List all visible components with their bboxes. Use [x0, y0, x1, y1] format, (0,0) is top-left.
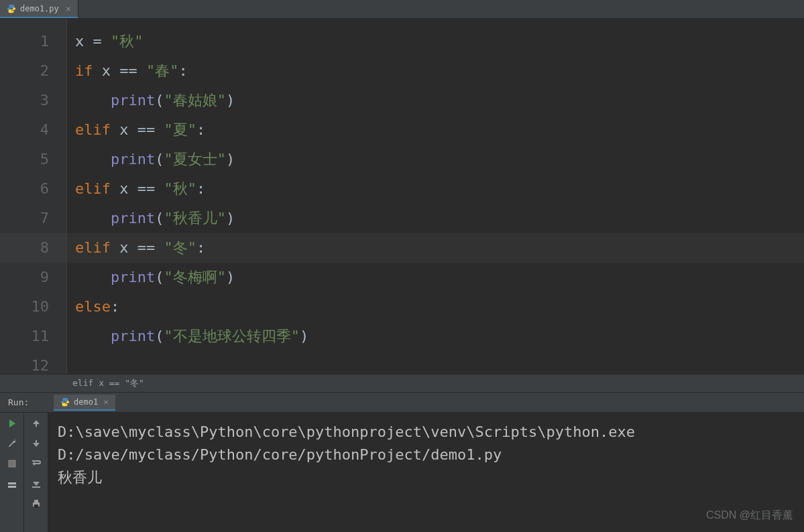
watermark-text: CSDN @红目香薰 [706, 504, 793, 527]
line-number: 5 [0, 145, 66, 174]
svg-rect-8 [34, 505, 38, 508]
run-toolbar-primary [0, 413, 24, 532]
line-number: 1 [0, 27, 66, 56]
editor-tab-bar: demo1.py × [0, 0, 804, 19]
svg-rect-1 [9, 460, 15, 467]
line-number: 11 [0, 322, 66, 351]
console-line: D:/save/myclass/Python/core/pythonProjec… [58, 444, 795, 466]
line-number: 9 [0, 263, 66, 292]
code-line: else: [67, 292, 804, 322]
run-panel-body: D:\save\myclass\Python\core\pythonprojec… [0, 413, 804, 532]
line-number-gutter: 1 2 3 4 5 6 7 8 9 10 11 12 [0, 19, 67, 374]
run-panel-header: Run: demo1 × [0, 393, 804, 413]
line-number: 10 [0, 292, 66, 322]
rerun-icon[interactable] [5, 417, 19, 430]
code-line: elif x == "冬": [67, 233, 804, 263]
svg-rect-9 [34, 500, 38, 503]
python-file-icon [7, 4, 16, 13]
code-line [67, 351, 804, 381]
arrow-up-icon[interactable] [30, 417, 43, 430]
code-line: if x == "春": [67, 56, 804, 86]
code-line: print("不是地球公转四季") [67, 322, 804, 351]
code-line: x = "秋" [67, 27, 804, 56]
svg-marker-0 [9, 419, 15, 427]
print-icon[interactable] [30, 497, 43, 511]
editor-tab-label: demo1.py [20, 4, 59, 13]
line-number: 3 [0, 86, 66, 115]
soft-wrap-icon[interactable] [30, 457, 43, 470]
run-toolbar-secondary [24, 413, 48, 532]
code-line: print("夏女士") [67, 145, 804, 174]
line-number: 6 [0, 174, 66, 204]
svg-rect-6 [32, 486, 40, 488]
layout-icon[interactable] [5, 477, 19, 490]
console-line: D:\save\myclass\Python\core\pythonprojec… [58, 421, 795, 444]
line-number: 12 [0, 351, 66, 381]
code-line: elif x == "秋": [67, 174, 804, 204]
line-number: 8 [0, 233, 66, 263]
close-icon[interactable]: × [103, 397, 109, 407]
wrench-icon[interactable] [5, 437, 19, 450]
line-number: 4 [0, 115, 66, 145]
run-tab-demo1[interactable]: demo1 × [54, 395, 115, 411]
line-number: 2 [0, 56, 66, 86]
console-line: 秋香儿 [58, 466, 795, 489]
run-panel-label: Run: [0, 397, 54, 407]
code-editor[interactable]: x = "秋" if x == "春": print("春姑娘") elif x… [67, 19, 804, 374]
code-line: elif x == "夏": [67, 115, 804, 145]
python-file-icon [60, 397, 70, 407]
svg-rect-3 [8, 486, 16, 488]
line-number: 7 [0, 204, 66, 233]
scroll-to-end-icon[interactable] [30, 477, 43, 490]
editor-area: 1 2 3 4 5 6 7 8 9 10 11 12 x = "秋" if x … [0, 19, 804, 374]
arrow-down-icon[interactable] [30, 437, 43, 450]
code-line: print("春姑娘") [67, 86, 804, 115]
svg-rect-2 [8, 482, 16, 484]
run-tab-label: demo1 [74, 397, 98, 407]
stop-icon[interactable] [5, 457, 19, 470]
close-icon[interactable]: × [66, 4, 71, 13]
code-line: print("冬梅啊") [67, 263, 804, 292]
editor-tab-demo1[interactable]: demo1.py × [0, 0, 78, 18]
console-output[interactable]: D:\save\myclass\Python\core\pythonprojec… [48, 413, 804, 532]
code-line: print("秋香儿") [67, 204, 804, 233]
svg-rect-4 [36, 423, 37, 427]
